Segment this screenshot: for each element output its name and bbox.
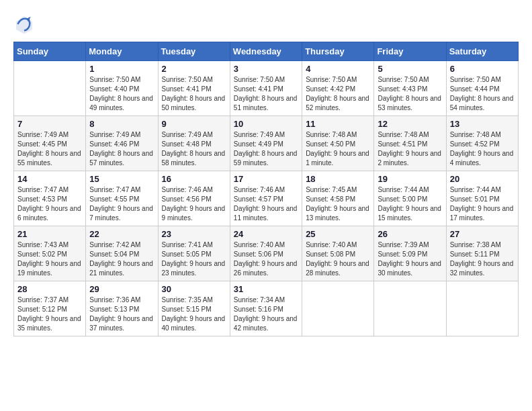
day-number: 12 [378, 119, 442, 129]
day-info: Sunrise: 7:50 AM Sunset: 4:44 PM Dayligh… [450, 75, 515, 113]
calendar-cell: 22Sunrise: 7:42 AM Sunset: 5:04 PM Dayli… [86, 226, 158, 281]
day-info: Sunrise: 7:40 AM Sunset: 5:08 PM Dayligh… [306, 240, 370, 278]
day-number: 15 [89, 174, 154, 184]
calendar-cell: 9Sunrise: 7:49 AM Sunset: 4:48 PM Daylig… [158, 116, 230, 171]
day-number: 28 [17, 284, 82, 294]
calendar-cell: 30Sunrise: 7:35 AM Sunset: 5:15 PM Dayli… [158, 281, 230, 336]
day-number: 23 [162, 229, 226, 239]
day-number: 11 [306, 119, 370, 129]
day-number: 1 [89, 64, 154, 74]
day-number: 9 [162, 119, 226, 129]
day-number: 31 [234, 284, 298, 294]
day-info: Sunrise: 7:44 AM Sunset: 5:00 PM Dayligh… [378, 185, 442, 223]
day-header-thursday: Thursday [302, 42, 374, 61]
day-number: 3 [234, 64, 298, 74]
day-info: Sunrise: 7:49 AM Sunset: 4:46 PM Dayligh… [89, 130, 154, 168]
calendar-cell: 23Sunrise: 7:41 AM Sunset: 5:05 PM Dayli… [158, 226, 230, 281]
calendar-cell [302, 281, 374, 336]
calendar-cell [14, 61, 86, 116]
day-info: Sunrise: 7:48 AM Sunset: 4:50 PM Dayligh… [306, 130, 370, 168]
day-info: Sunrise: 7:34 AM Sunset: 5:16 PM Dayligh… [234, 295, 298, 333]
day-number: 18 [306, 174, 370, 184]
day-info: Sunrise: 7:38 AM Sunset: 5:11 PM Dayligh… [450, 240, 515, 278]
day-number: 29 [89, 284, 154, 294]
day-number: 26 [378, 229, 442, 239]
day-number: 30 [162, 284, 226, 294]
day-info: Sunrise: 7:40 AM Sunset: 5:06 PM Dayligh… [234, 240, 298, 278]
calendar-cell: 10Sunrise: 7:49 AM Sunset: 4:49 PM Dayli… [230, 116, 302, 171]
day-header-wednesday: Wednesday [230, 42, 302, 61]
day-info: Sunrise: 7:50 AM Sunset: 4:42 PM Dayligh… [306, 75, 370, 113]
day-info: Sunrise: 7:37 AM Sunset: 5:12 PM Dayligh… [17, 295, 82, 333]
day-number: 25 [306, 229, 370, 239]
day-info: Sunrise: 7:49 AM Sunset: 4:49 PM Dayligh… [234, 130, 298, 168]
calendar-cell: 12Sunrise: 7:48 AM Sunset: 4:51 PM Dayli… [374, 116, 446, 171]
week-row-3: 14Sunrise: 7:47 AM Sunset: 4:53 PM Dayli… [14, 171, 519, 226]
day-number: 22 [89, 229, 154, 239]
day-number: 10 [234, 119, 298, 129]
day-info: Sunrise: 7:41 AM Sunset: 5:05 PM Dayligh… [162, 240, 226, 278]
day-info: Sunrise: 7:47 AM Sunset: 4:53 PM Dayligh… [17, 185, 82, 223]
day-info: Sunrise: 7:47 AM Sunset: 4:55 PM Dayligh… [89, 185, 154, 223]
day-info: Sunrise: 7:45 AM Sunset: 4:58 PM Dayligh… [306, 185, 370, 223]
calendar-cell [446, 281, 518, 336]
day-header-saturday: Saturday [446, 42, 518, 61]
calendar-cell: 15Sunrise: 7:47 AM Sunset: 4:55 PM Dayli… [86, 171, 158, 226]
calendar-cell: 5Sunrise: 7:50 AM Sunset: 4:43 PM Daylig… [374, 61, 446, 116]
day-info: Sunrise: 7:49 AM Sunset: 4:48 PM Dayligh… [162, 130, 226, 168]
calendar-cell: 13Sunrise: 7:48 AM Sunset: 4:52 PM Dayli… [446, 116, 518, 171]
day-info: Sunrise: 7:50 AM Sunset: 4:41 PM Dayligh… [234, 75, 298, 113]
day-info: Sunrise: 7:36 AM Sunset: 5:13 PM Dayligh… [89, 295, 154, 333]
week-row-4: 21Sunrise: 7:43 AM Sunset: 5:02 PM Dayli… [14, 226, 519, 281]
calendar-cell: 24Sunrise: 7:40 AM Sunset: 5:06 PM Dayli… [230, 226, 302, 281]
calendar-header: SundayMondayTuesdayWednesdayThursdayFrid… [14, 42, 519, 61]
day-number: 24 [234, 229, 298, 239]
day-info: Sunrise: 7:46 AM Sunset: 4:56 PM Dayligh… [162, 185, 226, 223]
day-number: 19 [378, 174, 442, 184]
day-number: 14 [17, 174, 82, 184]
day-number: 5 [378, 64, 442, 74]
day-number: 4 [306, 64, 370, 74]
day-info: Sunrise: 7:50 AM Sunset: 4:41 PM Dayligh… [162, 75, 226, 113]
calendar-body: 1Sunrise: 7:50 AM Sunset: 4:40 PM Daylig… [14, 61, 519, 336]
day-number: 16 [162, 174, 226, 184]
day-info: Sunrise: 7:42 AM Sunset: 5:04 PM Dayligh… [89, 240, 154, 278]
calendar-cell: 7Sunrise: 7:49 AM Sunset: 4:45 PM Daylig… [14, 116, 86, 171]
calendar-cell: 28Sunrise: 7:37 AM Sunset: 5:12 PM Dayli… [14, 281, 86, 336]
calendar-cell: 19Sunrise: 7:44 AM Sunset: 5:00 PM Dayli… [374, 171, 446, 226]
day-info: Sunrise: 7:49 AM Sunset: 4:45 PM Dayligh… [17, 130, 82, 168]
day-header-row: SundayMondayTuesdayWednesdayThursdayFrid… [14, 42, 519, 61]
day-number: 6 [450, 64, 515, 74]
day-header-sunday: Sunday [14, 42, 86, 61]
calendar-cell: 2Sunrise: 7:50 AM Sunset: 4:41 PM Daylig… [158, 61, 230, 116]
calendar-cell: 4Sunrise: 7:50 AM Sunset: 4:42 PM Daylig… [302, 61, 374, 116]
day-number: 2 [162, 64, 226, 74]
day-header-tuesday: Tuesday [158, 42, 230, 61]
day-number: 7 [17, 119, 82, 129]
day-info: Sunrise: 7:35 AM Sunset: 5:15 PM Dayligh… [162, 295, 226, 333]
page-header [13, 13, 519, 35]
day-info: Sunrise: 7:48 AM Sunset: 4:52 PM Dayligh… [450, 130, 515, 168]
calendar-cell: 20Sunrise: 7:44 AM Sunset: 5:01 PM Dayli… [446, 171, 518, 226]
week-row-5: 28Sunrise: 7:37 AM Sunset: 5:12 PM Dayli… [14, 281, 519, 336]
logo-icon [13, 13, 35, 35]
calendar-cell: 21Sunrise: 7:43 AM Sunset: 5:02 PM Dayli… [14, 226, 86, 281]
calendar-cell: 25Sunrise: 7:40 AM Sunset: 5:08 PM Dayli… [302, 226, 374, 281]
day-header-friday: Friday [374, 42, 446, 61]
week-row-1: 1Sunrise: 7:50 AM Sunset: 4:40 PM Daylig… [14, 61, 519, 116]
calendar-cell: 11Sunrise: 7:48 AM Sunset: 4:50 PM Dayli… [302, 116, 374, 171]
day-info: Sunrise: 7:48 AM Sunset: 4:51 PM Dayligh… [378, 130, 442, 168]
day-info: Sunrise: 7:50 AM Sunset: 4:43 PM Dayligh… [378, 75, 442, 113]
day-number: 21 [17, 229, 82, 239]
day-number: 8 [89, 119, 154, 129]
day-info: Sunrise: 7:43 AM Sunset: 5:02 PM Dayligh… [17, 240, 82, 278]
calendar-cell [374, 281, 446, 336]
calendar-cell: 6Sunrise: 7:50 AM Sunset: 4:44 PM Daylig… [446, 61, 518, 116]
day-info: Sunrise: 7:44 AM Sunset: 5:01 PM Dayligh… [450, 185, 515, 223]
day-number: 27 [450, 229, 515, 239]
calendar-cell: 27Sunrise: 7:38 AM Sunset: 5:11 PM Dayli… [446, 226, 518, 281]
day-number: 13 [450, 119, 515, 129]
week-row-2: 7Sunrise: 7:49 AM Sunset: 4:45 PM Daylig… [14, 116, 519, 171]
calendar-cell: 31Sunrise: 7:34 AM Sunset: 5:16 PM Dayli… [230, 281, 302, 336]
day-number: 20 [450, 174, 515, 184]
